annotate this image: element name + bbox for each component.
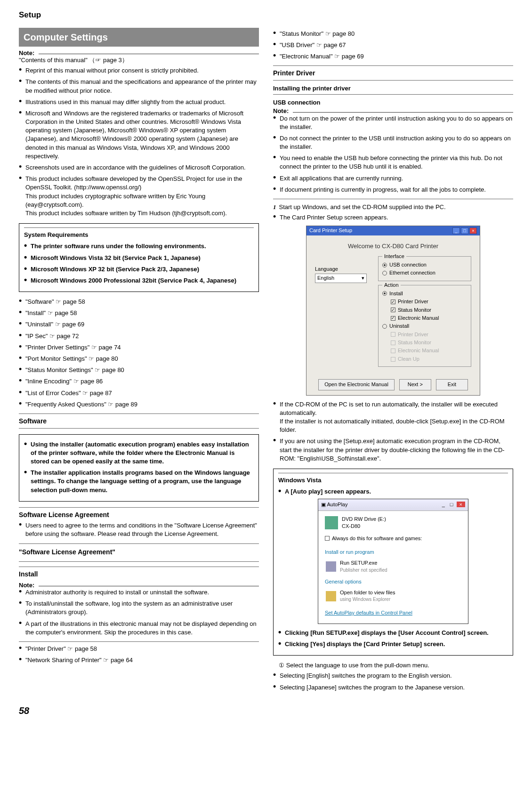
radio-icon xyxy=(382,271,387,276)
setup-exe-icon xyxy=(326,561,336,572)
vista-heading: Windows Vista xyxy=(278,476,508,485)
toc-link[interactable]: "Uninstall" ☞ page 69 xyxy=(19,320,259,329)
publisher-label: Publisher not specified xyxy=(340,567,387,574)
page-header: Setup xyxy=(19,9,513,21)
install-radio[interactable]: Install xyxy=(382,290,467,297)
install-run-section: Install or run program xyxy=(325,549,461,556)
list-item: If document printing is currently in pro… xyxy=(273,186,513,194)
maximize-icon[interactable]: □ xyxy=(461,227,468,234)
list-item: The Card Printer Setup screen appears. xyxy=(273,213,513,222)
toc-link[interactable]: "Port Monitor Settings" ☞ page 80 xyxy=(19,355,259,363)
list-item: Users need to agree to the terms and con… xyxy=(19,521,259,538)
status-monitor-check[interactable]: Status Monitor xyxy=(382,307,467,314)
software-box: Using the installer (automatic execution… xyxy=(19,434,259,502)
electronic-manual-check[interactable]: Electronic Manual xyxy=(382,315,467,322)
window-title-bar: Card Printer Setup _ □ × xyxy=(306,226,480,235)
checkbox-icon xyxy=(391,357,395,362)
checkbox-icon xyxy=(325,536,330,541)
action-legend: Action xyxy=(382,282,401,289)
always-do-checkbox[interactable]: Always do this for software and games: xyxy=(325,535,461,542)
set-defaults-link[interactable]: Set AutoPlay defaults in Control Panel xyxy=(325,609,461,616)
toc-links: "Software" ☞ page 58 "Install" ☞ page 58… xyxy=(19,298,259,409)
sysreq-title: System Requirements xyxy=(24,231,254,239)
list-item: This product includes software developed… xyxy=(19,175,259,218)
un-electronic-manual-check: Electronic Manual xyxy=(382,347,467,354)
autoplay-icon: ▣ xyxy=(321,502,326,507)
drive-label: CX-D80 xyxy=(342,523,386,530)
uninstall-radio[interactable]: Uninstall xyxy=(382,323,467,330)
language-value: English xyxy=(317,275,334,282)
list-item: Microsoft Windows 2000 Professional 32bi… xyxy=(24,276,254,285)
drive-name: DVD RW Drive (E:) xyxy=(342,516,386,523)
list-item: Selecting [English] switches the program… xyxy=(273,672,513,680)
toc-link[interactable]: "Printer Driver" ☞ page 58 xyxy=(19,645,259,653)
toc-link[interactable]: "USB Driver" ☞ page 67 xyxy=(273,41,513,49)
list-item: Microsoft Windows XP 32 bit (Service Pac… xyxy=(24,265,254,274)
usb-radio[interactable]: USB connection xyxy=(382,261,467,268)
language-select[interactable]: English ▾ xyxy=(315,274,367,283)
list-item: The installer application installs progr… xyxy=(24,469,254,494)
open-folder-item[interactable]: Open folder to view files using Windows … xyxy=(325,587,461,605)
section-computer-settings: Computer Settings xyxy=(19,28,259,47)
step-1: 1 Start up Windows, and set the CD-ROM s… xyxy=(273,203,513,211)
toc-link[interactable]: "Electronic Manual" ☞ page 69 xyxy=(273,52,513,61)
sla-quote: "Software License Agreement" xyxy=(19,548,259,557)
list-item: Reprint of this manual without prior con… xyxy=(19,66,259,75)
close-icon[interactable]: × xyxy=(457,502,465,507)
toc-link[interactable]: "Status Monitor" ☞ page 80 xyxy=(273,30,513,38)
toc-link[interactable]: "Status Monitor Settings" ☞ page 80 xyxy=(19,366,259,374)
installing-heading: Installing the printer driver xyxy=(273,84,513,93)
folder-icon xyxy=(326,591,336,601)
toc-link[interactable]: "IP Sec" ☞ page 72 xyxy=(19,332,259,340)
manual-notes-list: Reprint of this manual without prior con… xyxy=(19,66,259,218)
list-item: The printer software runs under the foll… xyxy=(24,242,254,251)
using-explorer-label: using Windows Explorer xyxy=(340,596,395,603)
list-item: Do not connect the printer to the USB un… xyxy=(273,134,513,151)
toc-link[interactable]: "Software" ☞ page 58 xyxy=(19,298,259,306)
list-item: If you are not using the [Setup.exe] aut… xyxy=(273,437,513,463)
run-setup-item[interactable]: Run SETUP.exe Publisher not specified xyxy=(325,558,461,575)
list-item: Microsoft and Windows are the registered… xyxy=(19,109,259,161)
usb-heading: USB connection xyxy=(273,98,513,107)
step-number: 1 xyxy=(273,203,276,211)
toc-link[interactable]: "Network Sharing of Printer" ☞ page 64 xyxy=(19,656,259,664)
toc-link[interactable]: "Install" ☞ page 58 xyxy=(19,309,259,317)
exit-button[interactable]: Exit xyxy=(436,379,468,390)
installer-screenshot: Card Printer Setup _ □ × Welcome to CX-D… xyxy=(306,226,480,395)
step-text: Start up Windows, and set the CD-ROM sup… xyxy=(279,203,446,211)
right-column: "Status Monitor" ☞ page 80 "USB Driver" … xyxy=(273,28,513,695)
open-folder-label: Open folder to view files xyxy=(340,589,395,596)
lang-step: ① Select the language to use from the pu… xyxy=(273,661,513,670)
windows-vista-box: Windows Vista A [Auto play] screen appea… xyxy=(273,469,513,656)
general-options-section: General options xyxy=(325,578,461,585)
list-item: You need to enable the USB hub before co… xyxy=(273,154,513,171)
minimize-icon[interactable]: _ xyxy=(440,502,447,507)
left-column: Computer Settings Note: "Contents of thi… xyxy=(19,28,259,695)
open-manual-button[interactable]: Open the Electronic Manual xyxy=(318,379,395,390)
un-printer-driver-check: Printer Driver xyxy=(382,331,467,338)
un-status-monitor-check: Status Monitor xyxy=(382,339,467,346)
toc-link[interactable]: "Printer Driver Settings" ☞ page 74 xyxy=(19,343,259,352)
toc-link[interactable]: "List of Error Codes" ☞ page 87 xyxy=(19,389,259,397)
close-icon[interactable]: × xyxy=(469,227,477,234)
list-item: Selecting [Japanese] switches the progra… xyxy=(273,683,513,692)
drive-icon xyxy=(325,516,338,529)
window-title: Card Printer Setup xyxy=(309,227,352,234)
list-item: A part of the illustrations in this elec… xyxy=(19,620,259,637)
list-item: Clicking [Yes] displays the [Card Printe… xyxy=(278,640,508,648)
list-item: A [Auto play] screen appears. xyxy=(278,487,508,496)
checkbox-icon xyxy=(391,316,395,321)
autoplay-screenshot: ▣ AutoPlay _ □ × DVD RW Drive (E:) CX-D8… xyxy=(318,499,468,624)
list-item: If the CD-ROM of the PC is set to run au… xyxy=(273,400,513,435)
next-button[interactable]: Next > xyxy=(399,379,431,390)
step-circle-1: ① xyxy=(279,662,284,669)
minimize-icon[interactable]: _ xyxy=(452,227,460,234)
toc-link[interactable]: "Frequently Asked Questions" ☞ page 89 xyxy=(19,400,259,409)
maximize-icon[interactable]: □ xyxy=(448,502,455,507)
toc-link[interactable]: "Inline Encoding" ☞ page 86 xyxy=(19,377,259,386)
sla-heading: Software License Agreement xyxy=(19,510,259,520)
printer-driver-check[interactable]: Printer Driver xyxy=(382,298,467,305)
ethernet-radio[interactable]: Ethernet connection xyxy=(382,269,467,276)
system-requirements-box: System Requirements The printer software… xyxy=(19,223,259,292)
checkbox-icon xyxy=(391,348,395,353)
